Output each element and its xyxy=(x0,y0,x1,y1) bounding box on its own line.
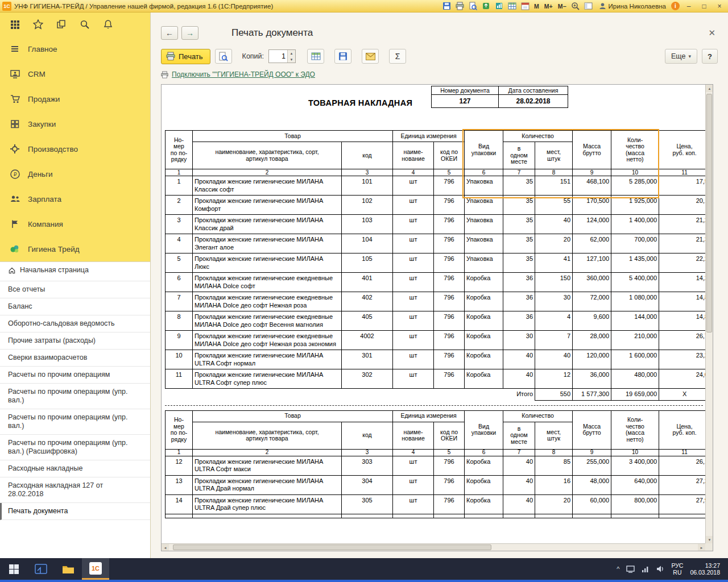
nav-item-reconciliations[interactable]: Сверки взаиморасчетов xyxy=(0,350,150,367)
sum-button[interactable]: Σ xyxy=(389,49,406,64)
cell-price[interactable]: 17,5 xyxy=(659,176,705,196)
cell-pack[interactable]: Упаковка xyxy=(465,215,503,234)
col-header-price[interactable]: Цена, руб. коп. xyxy=(659,131,705,169)
cell-price[interactable]: 21,2 xyxy=(659,215,705,234)
zoom-icon[interactable] xyxy=(570,1,581,11)
memory-m-button[interactable]: М xyxy=(533,3,540,10)
cell-name[interactable]: Прокладки женские гигиенические МИЛАНА К… xyxy=(193,215,342,234)
form-close-button[interactable]: ✕ xyxy=(704,27,720,39)
cell-code[interactable]: 4002 xyxy=(342,331,393,350)
col-header-net[interactable]: Коли- чество (масса нетто) xyxy=(611,131,659,169)
save-document-button[interactable] xyxy=(334,49,351,64)
cell-gross[interactable]: 120,000 xyxy=(573,350,611,369)
forward-button[interactable]: → xyxy=(181,26,198,40)
cell-per_place[interactable]: 40 xyxy=(503,350,535,369)
cell-places[interactable]: 7 xyxy=(535,331,573,350)
cell-unit[interactable]: шт xyxy=(393,369,434,389)
cell-pack[interactable] xyxy=(465,514,503,518)
cell-okei[interactable]: 796 xyxy=(434,369,465,389)
cell-net[interactable]: 210,000 xyxy=(611,331,659,350)
nav-item-expense-invoice-127[interactable]: Расходная накладная 127 от 28.02.2018 xyxy=(0,477,150,503)
cell-places[interactable]: 41 xyxy=(535,253,573,273)
cell-net[interactable]: 1 400,000 xyxy=(611,215,659,234)
cell-code[interactable]: 302 xyxy=(342,369,393,389)
cell-gross[interactable]: 255,000 xyxy=(573,456,611,475)
cell-net[interactable]: 1 080,000 xyxy=(611,292,659,311)
cell-gross[interactable]: 62,000 xyxy=(573,234,611,253)
cell-per_place[interactable]: 40 xyxy=(503,369,535,389)
edo-link[interactable]: Подключить ""ГИГИЕНА-ТРЕЙД ООО" к ЭДО xyxy=(172,70,315,78)
cell-net[interactable]: 1 600,000 xyxy=(611,350,659,369)
cell-per_place[interactable]: 36 xyxy=(503,292,535,311)
nav-item-settlements[interactable]: Расчеты по прочим операциям xyxy=(0,367,150,384)
cell-code[interactable]: 104 xyxy=(342,234,393,253)
cell-okei[interactable]: 796 xyxy=(434,273,465,292)
spin-up-icon[interactable]: ▲ xyxy=(288,50,295,56)
col-header-gross[interactable]: Масса брутто xyxy=(573,131,611,169)
sidebar-item-main[interactable]: Главное xyxy=(0,36,150,61)
spin-down-icon[interactable]: ▼ xyxy=(288,56,295,63)
goods-table-page2[interactable]: Но- мер по по- рядку Товар Единица измер… xyxy=(165,410,705,518)
send-email-button[interactable] xyxy=(362,49,379,64)
sidebar-item-gigiena-trade[interactable]: Гигиена Трейд xyxy=(0,236,150,261)
cell-price[interactable]: 22,2 xyxy=(659,253,705,273)
cell-per_place[interactable]: 35 xyxy=(503,176,535,196)
col-header-unit[interactable]: Единица измерения xyxy=(393,131,465,142)
cell-n[interactable]: 10 xyxy=(166,350,193,369)
horizontal-scrollbar[interactable]: ◄ ► xyxy=(162,543,705,551)
nav-item-print-document[interactable]: Печать документа xyxy=(0,503,150,520)
cell-pack[interactable]: Коробка xyxy=(465,311,503,331)
cell-code[interactable]: 305 xyxy=(342,494,393,514)
save-icon[interactable] xyxy=(441,1,452,11)
taskbar-clock[interactable]: 13:27 06.03.2018 xyxy=(690,562,722,576)
cell-n[interactable]: 2 xyxy=(166,196,193,215)
cell-pack[interactable]: Коробка xyxy=(465,273,503,292)
cell-okei[interactable]: 796 xyxy=(434,475,465,494)
memory-minus-button[interactable]: М− xyxy=(557,3,568,10)
favorites-star-icon[interactable] xyxy=(32,19,44,30)
nav-item-all-reports[interactable]: Все отчеты xyxy=(0,281,150,298)
cell-okei[interactable]: 796 xyxy=(434,311,465,331)
cell-name[interactable] xyxy=(193,514,342,518)
cell-places[interactable]: 40 xyxy=(535,215,573,234)
cell-code[interactable]: 304 xyxy=(342,475,393,494)
cell-unit[interactable]: шт xyxy=(393,350,434,369)
current-user[interactable]: Ирина Николаевна xyxy=(597,2,668,10)
cell-per_place[interactable]: 40 xyxy=(503,475,535,494)
cell-n[interactable]: 11 xyxy=(166,369,193,389)
cell-gross[interactable] xyxy=(573,514,611,518)
cell-okei[interactable] xyxy=(434,514,465,518)
cell-gross[interactable]: 9,600 xyxy=(573,311,611,331)
cell-unit[interactable]: шт xyxy=(393,292,434,311)
notifications-bell-icon[interactable] xyxy=(102,19,114,30)
cell-places[interactable]: 12 xyxy=(535,369,573,389)
more-button[interactable]: Еще ▾ xyxy=(665,49,697,64)
cell-per_place[interactable] xyxy=(503,514,535,518)
cell-price[interactable]: 14,2 xyxy=(659,273,705,292)
sidebar-item-crm[interactable]: CRM xyxy=(0,61,150,86)
cell-okei[interactable]: 796 xyxy=(434,234,465,253)
print-button[interactable]: Печать xyxy=(161,49,210,64)
cell-okei[interactable]: 796 xyxy=(434,494,465,514)
cell-pack[interactable]: Коробка xyxy=(465,350,503,369)
cell-gross[interactable]: 60,000 xyxy=(573,494,611,514)
cell-pack[interactable]: Коробка xyxy=(465,494,503,514)
cell-unit[interactable]: шт xyxy=(393,494,434,514)
totals-price[interactable]: X xyxy=(659,389,705,401)
page-setup-button[interactable] xyxy=(307,49,324,64)
cell-net[interactable]: 5 285,000 xyxy=(611,176,659,196)
col-header-per-place[interactable]: в одном месте xyxy=(503,142,535,169)
cell-okei[interactable]: 796 xyxy=(434,196,465,215)
cell-name[interactable]: Прокладки женские гигиенические ежедневн… xyxy=(193,273,342,292)
scroll-down-icon[interactable]: ▼ xyxy=(706,536,713,543)
preview-button[interactable] xyxy=(215,49,232,64)
cell-n[interactable]: 5 xyxy=(166,253,193,273)
cell-n[interactable]: 8 xyxy=(166,311,193,331)
language-indicator[interactable]: РУС RU xyxy=(671,562,683,576)
sidebar-item-purchases[interactable]: Закупки xyxy=(0,111,150,136)
cell-net[interactable]: 640,000 xyxy=(611,475,659,494)
cell-places[interactable]: 40 xyxy=(535,350,573,369)
vertical-scroll-thumb[interactable] xyxy=(706,94,712,332)
cell-unit[interactable]: шт xyxy=(393,234,434,253)
menu-grid-icon[interactable] xyxy=(9,19,20,30)
